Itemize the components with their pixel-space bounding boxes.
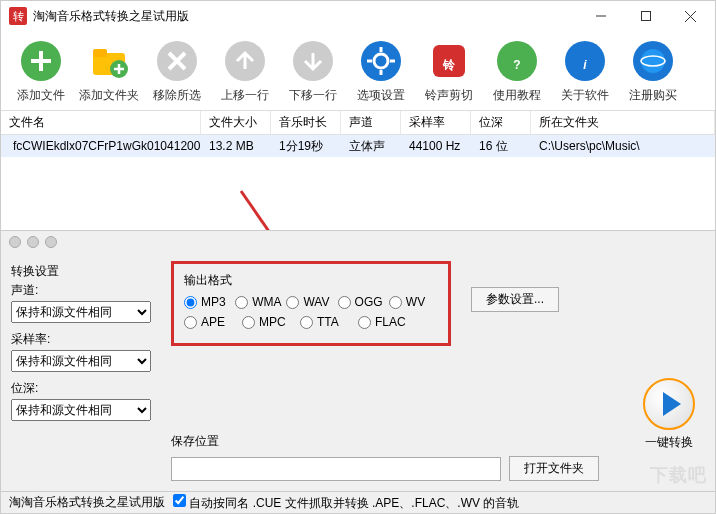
toolbar-label: 添加文件夹 <box>79 87 139 104</box>
format-radio-tta[interactable] <box>300 316 313 329</box>
toolbar-help[interactable]: ?使用教程 <box>483 39 551 104</box>
format-flac[interactable]: FLAC <box>358 315 414 329</box>
save-path-input[interactable] <box>171 457 501 481</box>
col-duration[interactable]: 音乐时长 <box>271 111 341 134</box>
cue-checkbox-label[interactable]: 自动按同名 .CUE 文件抓取并转换 .APE、.FLAC、.WV 的音轨 <box>173 494 519 512</box>
cell-folder: C:\Users\pc\Music\ <box>531 139 715 153</box>
settings-panel: 转换设置 声道: 保持和源文件相同 采样率: 保持和源文件相同 位深: 保持和源… <box>1 230 715 491</box>
toolbar-add-file[interactable]: 添加文件 <box>7 39 75 104</box>
toolbar-move-up[interactable]: 上移一行 <box>211 39 279 104</box>
format-radio-ape[interactable] <box>184 316 197 329</box>
toolbar-label: 注册购买 <box>629 87 677 104</box>
convert-button[interactable]: 一键转换 <box>643 378 695 451</box>
minimize-button[interactable] <box>578 2 623 30</box>
panel-tabs <box>1 231 715 253</box>
svg-text:?: ? <box>513 58 520 72</box>
param-settings-button[interactable]: 参数设置... <box>471 287 559 312</box>
bitdepth-select[interactable]: 保持和源文件相同 <box>11 399 151 421</box>
output-format-title: 输出格式 <box>184 272 438 289</box>
table-row[interactable]: fcCWIEkdlx07CFrP1wGk01041200... 13.2 MB … <box>1 135 715 157</box>
cell-filename: fcCWIEkdlx07CFrP1wGk01041200... <box>1 139 201 153</box>
settings-icon <box>359 39 403 83</box>
toolbar-ringtone[interactable]: 铃铃声剪切 <box>415 39 483 104</box>
convert-icon <box>643 378 695 430</box>
format-ogg[interactable]: OGG <box>338 295 387 309</box>
toolbar-register[interactable]: 注册购买 <box>619 39 687 104</box>
add-folder-icon <box>87 39 131 83</box>
main-toolbar: 添加文件添加文件夹移除所选上移一行下移一行选项设置铃铃声剪切?使用教程i关于软件… <box>1 31 715 111</box>
format-radio-ogg[interactable] <box>338 296 351 309</box>
output-format-group: 输出格式 MP3WMAWAVOGGWV APEMPCTTAFLAC <box>171 261 451 346</box>
channel-select[interactable]: 保持和源文件相同 <box>11 301 151 323</box>
bitdepth-label: 位深: <box>11 380 161 397</box>
convert-label: 一键转换 <box>643 434 695 451</box>
format-wav[interactable]: WAV <box>286 295 335 309</box>
toolbar-label: 选项设置 <box>357 87 405 104</box>
samplerate-label: 采样率: <box>11 331 161 348</box>
cell-samplerate: 44100 Hz <box>401 139 471 153</box>
toolbar-label: 添加文件 <box>17 87 65 104</box>
format-radio-wav[interactable] <box>286 296 299 309</box>
toolbar-add-folder[interactable]: 添加文件夹 <box>75 39 143 104</box>
cell-filesize: 13.2 MB <box>201 139 271 153</box>
channel-label: 声道: <box>11 282 161 299</box>
app-icon: 转 <box>9 7 27 25</box>
save-location-label: 保存位置 <box>171 433 705 450</box>
svg-rect-1 <box>641 12 650 21</box>
add-file-icon <box>19 39 63 83</box>
convert-settings: 转换设置 声道: 保持和源文件相同 采样率: 保持和源文件相同 位深: 保持和源… <box>11 261 161 427</box>
toolbar-label: 铃声剪切 <box>425 87 473 104</box>
col-filename[interactable]: 文件名 <box>1 111 201 134</box>
toolbar-about[interactable]: i关于软件 <box>551 39 619 104</box>
toolbar-remove[interactable]: 移除所选 <box>143 39 211 104</box>
title-bar: 转 淘淘音乐格式转换之星试用版 <box>1 1 715 31</box>
format-radio-wv[interactable] <box>389 296 402 309</box>
move-up-icon <box>223 39 267 83</box>
status-app-name: 淘淘音乐格式转换之星试用版 <box>9 494 165 511</box>
col-folder[interactable]: 所在文件夹 <box>531 111 715 134</box>
toolbar-move-down[interactable]: 下移一行 <box>279 39 347 104</box>
cell-bitdepth: 16 位 <box>471 138 531 155</box>
toolbar-label: 关于软件 <box>561 87 609 104</box>
tab-dot[interactable] <box>27 236 39 248</box>
tab-dot[interactable] <box>9 236 21 248</box>
tab-dot[interactable] <box>45 236 57 248</box>
maximize-button[interactable] <box>623 2 668 30</box>
format-wv[interactable]: WV <box>389 295 438 309</box>
format-tta[interactable]: TTA <box>300 315 356 329</box>
close-button[interactable] <box>668 2 713 30</box>
format-radio-mpc[interactable] <box>242 316 255 329</box>
samplerate-select[interactable]: 保持和源文件相同 <box>11 350 151 372</box>
col-filesize[interactable]: 文件大小 <box>201 111 271 134</box>
toolbar-settings[interactable]: 选项设置 <box>347 39 415 104</box>
cue-checkbox[interactable] <box>173 494 186 507</box>
svg-rect-6 <box>93 49 107 57</box>
format-wma[interactable]: WMA <box>235 295 284 309</box>
col-bitdepth[interactable]: 位深 <box>471 111 531 134</box>
window-title: 淘淘音乐格式转换之星试用版 <box>33 8 578 25</box>
remove-icon <box>155 39 199 83</box>
format-radio-flac[interactable] <box>358 316 371 329</box>
col-samplerate[interactable]: 采样率 <box>401 111 471 134</box>
cell-duration: 1分19秒 <box>271 138 341 155</box>
toolbar-label: 下移一行 <box>289 87 337 104</box>
watermark: 下载吧 <box>650 463 707 487</box>
svg-text:铃: 铃 <box>442 58 456 72</box>
open-folder-button[interactable]: 打开文件夹 <box>509 456 599 481</box>
table-header: 文件名 文件大小 音乐时长 声道 采样率 位深 所在文件夹 <box>1 111 715 135</box>
help-icon: ? <box>495 39 539 83</box>
register-icon <box>631 39 675 83</box>
svg-point-20 <box>641 49 665 73</box>
format-radio-wma[interactable] <box>235 296 248 309</box>
format-mp3[interactable]: MP3 <box>184 295 233 309</box>
ringtone-icon: 铃 <box>427 39 471 83</box>
play-icon <box>663 392 681 416</box>
toolbar-label: 上移一行 <box>221 87 269 104</box>
format-mpc[interactable]: MPC <box>242 315 298 329</box>
about-icon: i <box>563 39 607 83</box>
format-radio-mp3[interactable] <box>184 296 197 309</box>
move-down-icon <box>291 39 335 83</box>
format-ape[interactable]: APE <box>184 315 240 329</box>
toolbar-label: 移除所选 <box>153 87 201 104</box>
col-channel[interactable]: 声道 <box>341 111 401 134</box>
